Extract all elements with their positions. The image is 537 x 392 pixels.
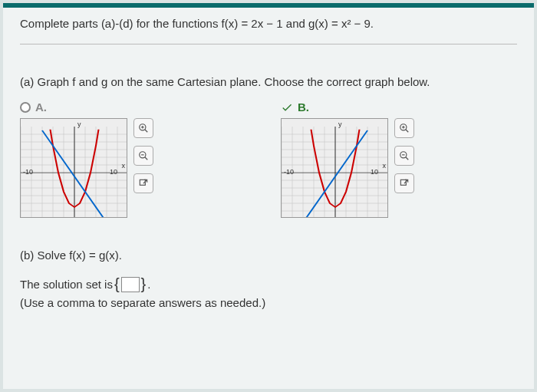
option-a-graph-wrap: y x -10 10 [20, 118, 250, 218]
solution-prefix: The solution set is [20, 278, 113, 291]
option-b-label: B. [298, 100, 309, 114]
option-b[interactable]: B. y x -10 [281, 100, 511, 218]
part-a-prompt: (a) Graph f and g on the same Cartesian … [20, 75, 517, 88]
part-b-prompt: (b) Solve f(x) = g(x). [20, 249, 517, 262]
divider [20, 44, 517, 44]
xmin-label: -10 [23, 168, 33, 176]
xmin-label: -10 [284, 168, 294, 176]
y-axis-label: y [338, 120, 342, 128]
option-b-tools [394, 118, 414, 193]
x-axis-label: x [122, 162, 126, 170]
svg-line-29 [145, 157, 148, 160]
option-a[interactable]: A. y x -10 [20, 100, 250, 218]
checkmark-selected-icon[interactable] [281, 101, 293, 114]
popout-icon[interactable] [133, 173, 153, 193]
option-a-header: A. [20, 100, 250, 114]
svg-line-25 [145, 130, 148, 133]
svg-line-62 [406, 157, 409, 160]
xmax-label: 10 [371, 168, 378, 176]
y-axis-label: y [77, 120, 81, 128]
zoom-in-icon[interactable] [394, 118, 414, 138]
option-a-label: A. [35, 100, 47, 114]
popout-icon[interactable] [394, 173, 414, 193]
option-a-tools [133, 118, 153, 193]
zoom-out-icon[interactable] [133, 146, 153, 166]
hint-text: (Use a comma to separate answers as need… [20, 296, 517, 309]
zoom-out-icon[interactable] [394, 146, 414, 166]
right-brace-icon: } [141, 275, 147, 293]
left-brace-icon: { [114, 275, 120, 293]
xmax-label: 10 [110, 168, 117, 176]
option-b-header: B. [281, 100, 511, 114]
answer-input[interactable] [121, 277, 140, 292]
zoom-in-icon[interactable] [133, 118, 153, 138]
intro-text: Complete parts (a)-(d) for the functions… [20, 17, 517, 30]
top-accent-bar [3, 3, 534, 8]
question-page: Complete parts (a)-(d) for the functions… [3, 3, 534, 389]
options-row: A. y x -10 [20, 100, 517, 218]
option-b-graph: y x -10 10 [281, 118, 388, 218]
svg-line-58 [406, 130, 409, 133]
solution-line: The solution set is { } . [20, 275, 517, 293]
option-a-graph: y x -10 10 [20, 118, 127, 218]
solution-suffix: . [147, 278, 150, 291]
option-b-graph-wrap: y x -10 10 [281, 118, 511, 218]
radio-unselected-icon[interactable] [20, 102, 31, 113]
x-axis-label: x [383, 162, 387, 170]
